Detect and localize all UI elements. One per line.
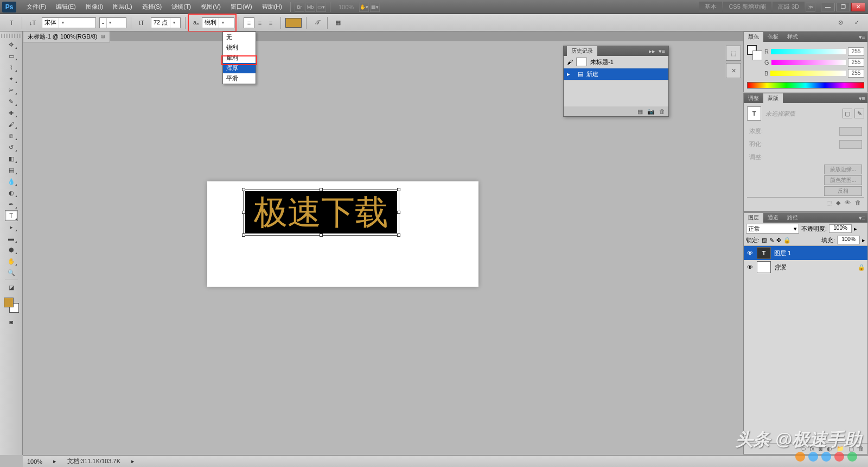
b-value[interactable]: 255 xyxy=(848,69,864,78)
invert-button[interactable]: 反相 xyxy=(824,186,862,196)
tool-preset-icon[interactable]: T xyxy=(5,17,17,29)
tab-styles[interactable]: 样式 xyxy=(783,32,802,42)
commit-icon[interactable]: ✓ xyxy=(851,17,863,29)
trash-icon[interactable]: 🗑 xyxy=(659,108,665,115)
arrange-icon[interactable]: ▦▾ xyxy=(370,2,380,12)
quickmask-icon[interactable]: ◙ xyxy=(5,317,18,327)
status-zoom[interactable]: 100% xyxy=(27,458,42,465)
tab-channels[interactable]: 通道 xyxy=(763,213,783,223)
text-orientation-icon[interactable]: ↓T xyxy=(27,17,39,29)
r-slider[interactable] xyxy=(771,49,846,54)
color-swatches[interactable] xyxy=(3,296,20,314)
brush-tool[interactable]: 🖌 xyxy=(5,119,18,130)
density-input[interactable] xyxy=(839,127,862,136)
screen-mode-icon[interactable]: ▭▾ xyxy=(316,2,326,12)
lock-transparent-icon[interactable]: ▨ xyxy=(762,237,767,244)
document-tab[interactable]: 未标题-1 @ 100%(RGB/8) ⊠ xyxy=(23,31,110,42)
move-tool[interactable]: ✥ xyxy=(5,39,18,50)
visibility-icon[interactable]: 👁 xyxy=(746,249,754,257)
fgbg-default-icon[interactable]: ◪ xyxy=(5,282,18,293)
panel-menu-icon[interactable]: ▾≡ xyxy=(857,34,867,41)
text-color-swatch[interactable] xyxy=(285,18,302,28)
antialias-dropdown[interactable]: 无 锐利 犀利 浑厚 平滑 xyxy=(222,31,256,84)
workspace-basic[interactable]: 基本 xyxy=(699,2,722,12)
marquee-tool[interactable]: ▭ xyxy=(5,51,18,61)
menu-view[interactable]: 视图(V) xyxy=(196,3,226,11)
panel-menu-icon[interactable]: ▾≡ xyxy=(659,48,665,55)
text-content[interactable]: 极速下载 xyxy=(254,190,388,235)
crop-tool[interactable]: ✂ xyxy=(5,85,18,96)
cancel-icon[interactable]: ⊘ xyxy=(834,17,846,29)
align-left-button[interactable]: ≡ xyxy=(244,17,254,28)
fill-input[interactable]: 100% xyxy=(837,236,860,244)
collapse-icon[interactable]: ▸▸ xyxy=(649,48,655,55)
menu-file[interactable]: 文件(F) xyxy=(22,3,51,11)
layer-row[interactable]: 👁 T 图层 1 xyxy=(744,246,867,260)
color-range-button[interactable]: 颜色范围... xyxy=(824,175,862,185)
character-panel-icon[interactable]: ▦ xyxy=(332,17,344,29)
layer-name[interactable]: 图层 1 xyxy=(774,249,791,257)
expand-icon[interactable]: ≫ xyxy=(806,2,815,12)
layer-name[interactable]: 背景 xyxy=(774,263,786,272)
antialias-combo[interactable]: 锐利▾ xyxy=(202,17,234,28)
stamp-tool[interactable]: ⎚ xyxy=(5,130,18,141)
canvas-area[interactable]: 极速下载 xyxy=(23,41,868,455)
warp-text-icon[interactable]: 𝒯 xyxy=(311,17,323,29)
lock-pixels-icon[interactable]: ✎ xyxy=(769,237,774,244)
b-slider[interactable] xyxy=(770,71,846,76)
tab-adjust[interactable]: 调整 xyxy=(744,93,763,103)
mb-icon[interactable]: Mb xyxy=(305,2,315,12)
tab-mask[interactable]: 蒙版 xyxy=(763,93,783,103)
zoom-tool[interactable]: 🔍 xyxy=(5,267,18,278)
pen-tool[interactable]: ✒ xyxy=(5,199,18,210)
dropdown-item-crisp[interactable]: 犀利 xyxy=(223,53,256,63)
layer-row[interactable]: 👁 背景 🔒 xyxy=(744,260,867,274)
align-right-button[interactable]: ≡ xyxy=(265,17,276,28)
vector-mask-icon[interactable]: ✎ xyxy=(854,109,864,118)
dropdown-item-none[interactable]: 无 xyxy=(223,32,256,42)
tab-paths[interactable]: 路径 xyxy=(783,213,802,223)
snapshot-icon[interactable]: 📷 xyxy=(647,108,655,115)
pixel-mask-icon[interactable]: ▢ xyxy=(843,109,852,118)
menu-image[interactable]: 图像(I) xyxy=(81,3,108,11)
apply-mask-icon[interactable]: ◆ xyxy=(836,199,840,206)
history-panel[interactable]: 历史记录 ▸▸▾≡ 🖌 未标题-1 ▸ ▤ 新建 ▦ 📷 🗑 xyxy=(563,46,669,117)
tab-color[interactable]: 颜色 xyxy=(744,32,763,42)
status-expand-icon[interactable]: ▸ xyxy=(53,458,56,465)
disable-mask-icon[interactable]: 👁 xyxy=(845,199,851,206)
hand-icon[interactable]: ✋▾ xyxy=(359,2,369,12)
font-style-combo[interactable]: -▾ xyxy=(99,17,126,28)
shape-tool[interactable]: ▬ xyxy=(5,233,18,244)
eraser-tool[interactable]: ◧ xyxy=(5,153,18,164)
bg-color-swatch[interactable] xyxy=(752,51,762,60)
feather-input[interactable] xyxy=(839,140,862,149)
eyedropper-tool[interactable]: ✎ xyxy=(5,96,18,107)
minimize-button[interactable]: — xyxy=(821,3,835,11)
menu-select[interactable]: 选择(S) xyxy=(137,3,167,11)
menu-window[interactable]: 窗口(W) xyxy=(226,3,257,11)
gradient-tool[interactable]: ▤ xyxy=(5,165,18,175)
load-selection-icon[interactable]: ⬚ xyxy=(826,199,832,206)
panel-grip[interactable] xyxy=(1,34,21,38)
workspace-3d[interactable]: 高级 3D xyxy=(773,2,805,12)
lock-position-icon[interactable]: ✥ xyxy=(776,237,781,244)
collapsed-panel-icon[interactable]: ✕ xyxy=(726,63,741,78)
trash-icon[interactable]: 🗑 xyxy=(855,199,861,206)
opacity-input[interactable]: 100% xyxy=(829,224,852,233)
tab-swatches[interactable]: 色板 xyxy=(763,32,783,42)
g-slider[interactable] xyxy=(771,60,846,65)
close-icon[interactable]: ⊠ xyxy=(101,34,105,39)
history-snapshot[interactable]: 🖌 未标题-1 xyxy=(564,56,668,68)
blend-mode-combo[interactable]: 正常▾ xyxy=(746,224,799,234)
layer-thumb[interactable]: T xyxy=(757,247,771,259)
menu-filter[interactable]: 滤镜(T) xyxy=(167,3,196,11)
close-button[interactable]: ✕ xyxy=(851,3,865,11)
maximize-button[interactable]: ❐ xyxy=(836,3,850,11)
heal-tool[interactable]: ✚ xyxy=(5,108,18,118)
history-entry[interactable]: ▸ ▤ 新建 xyxy=(564,68,668,80)
document-canvas[interactable]: 极速下载 xyxy=(207,181,478,287)
history-brush-tool[interactable]: ↺ xyxy=(5,142,18,153)
dropdown-item-sharp[interactable]: 锐利 xyxy=(223,42,256,53)
history-tab[interactable]: 历史记录 xyxy=(567,46,597,56)
lasso-tool[interactable]: ⌇ xyxy=(5,62,18,73)
